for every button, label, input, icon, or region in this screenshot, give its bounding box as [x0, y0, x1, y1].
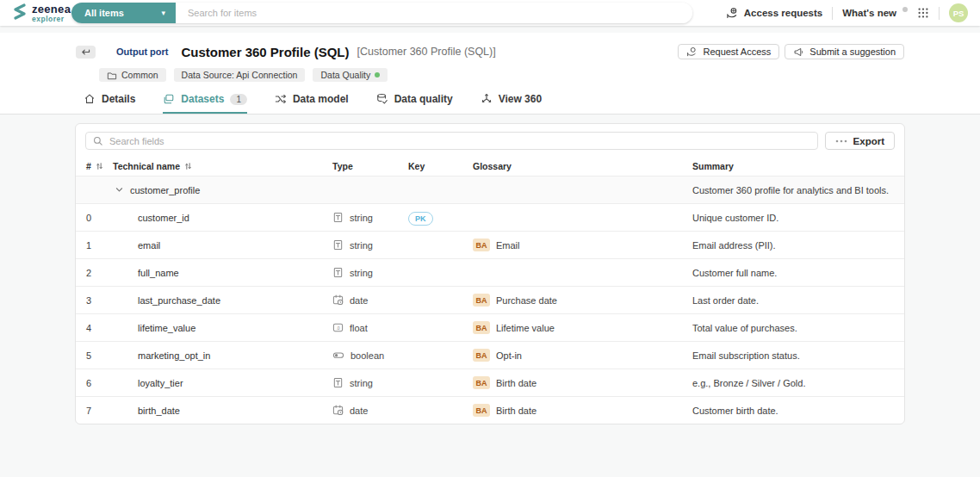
glossary-item[interactable]: BA Lifetime value: [473, 321, 692, 334]
key-cell: PK: [408, 213, 473, 223]
glossary-badge: BA: [473, 238, 490, 251]
field-summary: e.g., Bronze / Silver / Gold.: [692, 378, 894, 388]
glossary-term: Purchase date: [496, 295, 557, 306]
main-content: Export # Technical name Type Key Glossar…: [0, 115, 980, 424]
apps-grid-button[interactable]: [917, 7, 929, 19]
table-row[interactable]: 6 loyalty_tier string PK BA Birth date e…: [76, 369, 904, 396]
column-header-type: Type: [332, 161, 408, 171]
table-row[interactable]: 1 email string PK BA Email Email address…: [76, 231, 904, 258]
table-row[interactable]: 5 marketing_opt_in boolean PK BA Opt-in …: [76, 341, 904, 369]
tag-label: Data Quality: [320, 70, 370, 80]
tab-view-360[interactable]: View 360: [481, 93, 542, 114]
chevron-down-icon[interactable]: [115, 187, 123, 193]
glossary-badge: BA: [473, 321, 490, 334]
glossary-cell: BA Purchase date: [473, 294, 692, 307]
chevron-down-icon: ▾: [161, 9, 165, 17]
key-cell: PK: [408, 406, 473, 416]
field-search-box: [85, 132, 818, 150]
tab-label: Details: [102, 93, 135, 105]
table-row[interactable]: 4 lifetime_value .0 float PK BA Lifetime…: [76, 313, 904, 341]
date-type-icon: [332, 294, 344, 306]
column-header-technical-name: Technical name: [113, 161, 332, 171]
field-name: birth_date: [113, 406, 332, 416]
group-summary: Customer 360 profile for analytics and B…: [692, 185, 894, 195]
request-access-label: Request Access: [703, 46, 771, 57]
type-label: boolean: [350, 350, 384, 361]
row-index: 3: [86, 295, 113, 306]
title-row: Output port Customer 360 Profile (SQL) […: [0, 42, 980, 61]
table-row[interactable]: 3 last_purchase_date date PK BA Purchase…: [76, 286, 904, 313]
zeenea-logo[interactable]: zeenea explorer: [12, 3, 71, 23]
tag-data-quality[interactable]: Data Quality: [313, 68, 388, 82]
glossary-cell: BA: [473, 266, 692, 279]
boolean-type-icon: [332, 350, 344, 361]
row-index: 7: [86, 406, 113, 416]
field-name: loyalty_tier: [113, 378, 332, 388]
brand-text: zeenea explorer: [32, 3, 71, 23]
fields-table: # Technical name Type Key Glossary Summa…: [76, 157, 904, 424]
glossary-cell: BA Email: [473, 238, 692, 251]
hand-globe-icon: [686, 46, 698, 58]
sort-icon[interactable]: [96, 162, 103, 170]
top-header: zeenea explorer All items ▾ Access reque…: [0, 0, 980, 26]
tab-data-quality[interactable]: Data quality: [376, 93, 453, 114]
glossary-term: Birth date: [496, 378, 537, 388]
group-name-cell: customer_profile: [113, 185, 332, 195]
table-body: 0 customer_id string PK BA Unique custom…: [76, 203, 904, 424]
tag-data-source[interactable]: Data Source: Api Connection: [174, 68, 306, 82]
global-search-input[interactable]: [176, 3, 692, 23]
row-index: 2: [86, 268, 113, 278]
table-row[interactable]: 7 birth_date date PK BA Birth date Custo…: [76, 396, 904, 424]
field-summary: Customer birth date.: [692, 406, 894, 416]
type-label: date: [350, 406, 368, 416]
page-title: Customer 360 Profile (SQL): [181, 45, 349, 59]
glossary-item[interactable]: BA Email: [473, 238, 692, 251]
tab-data-model[interactable]: Data model: [275, 93, 349, 114]
glossary-item[interactable]: BA Purchase date: [473, 294, 692, 307]
submit-suggestion-button[interactable]: Submit a suggestion: [785, 44, 904, 59]
string-type-icon: [332, 212, 344, 223]
group-row[interactable]: customer_profile Customer 360 profile fo…: [76, 176, 904, 203]
type-label: date: [350, 295, 368, 306]
field-type-cell: date: [332, 294, 408, 306]
apps-grid-icon: [917, 7, 929, 19]
avatar[interactable]: PS: [949, 3, 968, 22]
back-arrow-icon: [80, 47, 91, 57]
tab-datasets[interactable]: Datasets 1: [163, 93, 247, 114]
field-search-input[interactable]: [109, 136, 810, 146]
brand-name: zeenea: [32, 3, 71, 15]
tag-label: Common: [121, 70, 158, 80]
head-actions: Request Access Submit a suggestion: [678, 44, 904, 59]
glossary-item[interactable]: BA Opt-in: [473, 349, 692, 362]
glossary-item[interactable]: BA Birth date: [473, 404, 692, 417]
glossary-item[interactable]: BA Birth date: [473, 376, 692, 389]
row-index: 5: [86, 350, 113, 361]
table-row[interactable]: 0 customer_id string PK BA Unique custom…: [76, 203, 904, 231]
access-requests-link[interactable]: Access requests: [726, 7, 822, 20]
tab-count-badge: 1: [230, 94, 247, 105]
string-type-icon: [332, 377, 344, 388]
tab-details[interactable]: Details: [84, 93, 135, 114]
item-kind-label: Output port: [116, 46, 168, 57]
key-cell: PK: [408, 323, 473, 333]
whats-new-link[interactable]: What's new: [842, 8, 908, 18]
axes-3d-icon: [481, 93, 493, 105]
brand-subtitle: explorer: [32, 15, 71, 23]
glossary-badge: BA: [473, 349, 490, 362]
whats-new-label: What's new: [842, 8, 896, 18]
table-row[interactable]: 2 full_name string PK BA Customer full n…: [76, 258, 904, 286]
tag-label: Data Source: Api Connection: [182, 70, 298, 80]
tag-common[interactable]: Common: [99, 68, 166, 82]
sort-icon[interactable]: [184, 162, 192, 170]
export-button[interactable]: Export: [825, 132, 895, 150]
glossary-term: Email: [496, 240, 520, 251]
key-cell: PK: [408, 268, 473, 278]
field-type-cell: boolean: [332, 350, 408, 361]
page-head: Output port Customer 360 Profile (SQL) […: [0, 33, 980, 115]
back-button[interactable]: [76, 46, 96, 59]
request-access-button[interactable]: Request Access: [678, 44, 779, 59]
scope-selector[interactable]: All items ▾: [71, 3, 176, 23]
export-label: Export: [853, 136, 884, 146]
float-type-icon: .0: [332, 322, 344, 333]
zeenea-logo-icon: [12, 3, 28, 22]
